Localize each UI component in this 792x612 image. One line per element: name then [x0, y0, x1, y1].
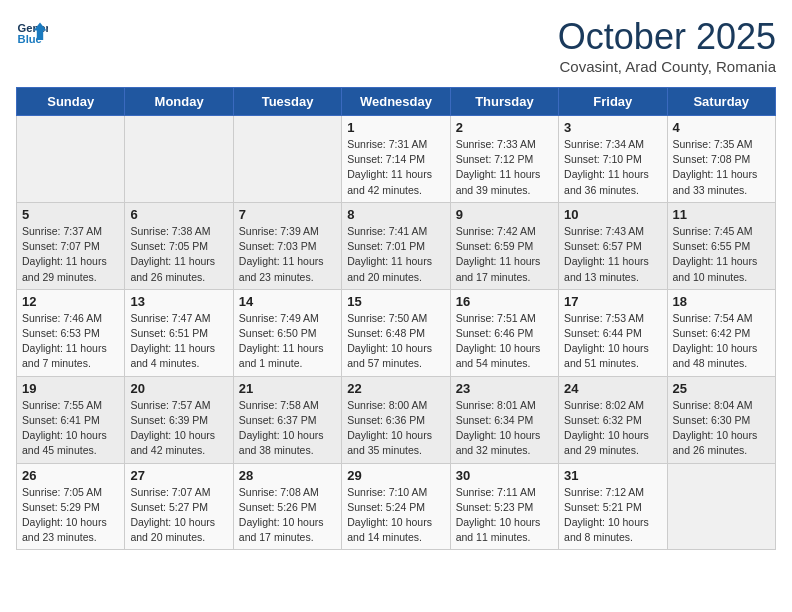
calendar-cell: 30Sunrise: 7:11 AM Sunset: 5:23 PM Dayli…	[450, 463, 558, 550]
calendar-cell: 28Sunrise: 7:08 AM Sunset: 5:26 PM Dayli…	[233, 463, 341, 550]
day-info: Sunrise: 7:49 AM Sunset: 6:50 PM Dayligh…	[239, 311, 336, 372]
logo: General Blue	[16, 16, 48, 48]
title-area: October 2025 Covasint, Arad County, Roma…	[558, 16, 776, 75]
calendar-cell	[125, 116, 233, 203]
weekday-saturday: Saturday	[667, 88, 775, 116]
day-number: 22	[347, 381, 444, 396]
day-number: 18	[673, 294, 770, 309]
day-number: 10	[564, 207, 661, 222]
calendar-cell: 4Sunrise: 7:35 AM Sunset: 7:08 PM Daylig…	[667, 116, 775, 203]
day-info: Sunrise: 8:04 AM Sunset: 6:30 PM Dayligh…	[673, 398, 770, 459]
calendar-week-2: 5Sunrise: 7:37 AM Sunset: 7:07 PM Daylig…	[17, 202, 776, 289]
day-info: Sunrise: 7:42 AM Sunset: 6:59 PM Dayligh…	[456, 224, 553, 285]
calendar-cell: 26Sunrise: 7:05 AM Sunset: 5:29 PM Dayli…	[17, 463, 125, 550]
day-number: 13	[130, 294, 227, 309]
day-info: Sunrise: 7:10 AM Sunset: 5:24 PM Dayligh…	[347, 485, 444, 546]
day-info: Sunrise: 7:34 AM Sunset: 7:10 PM Dayligh…	[564, 137, 661, 198]
day-info: Sunrise: 7:50 AM Sunset: 6:48 PM Dayligh…	[347, 311, 444, 372]
calendar-cell: 25Sunrise: 8:04 AM Sunset: 6:30 PM Dayli…	[667, 376, 775, 463]
calendar-cell: 16Sunrise: 7:51 AM Sunset: 6:46 PM Dayli…	[450, 289, 558, 376]
day-number: 12	[22, 294, 119, 309]
day-info: Sunrise: 7:31 AM Sunset: 7:14 PM Dayligh…	[347, 137, 444, 198]
day-number: 9	[456, 207, 553, 222]
calendar-cell: 27Sunrise: 7:07 AM Sunset: 5:27 PM Dayli…	[125, 463, 233, 550]
calendar-cell	[17, 116, 125, 203]
logo-icon: General Blue	[16, 16, 48, 48]
calendar-week-1: 1Sunrise: 7:31 AM Sunset: 7:14 PM Daylig…	[17, 116, 776, 203]
day-number: 5	[22, 207, 119, 222]
day-info: Sunrise: 8:00 AM Sunset: 6:36 PM Dayligh…	[347, 398, 444, 459]
location-subtitle: Covasint, Arad County, Romania	[558, 58, 776, 75]
weekday-header-row: SundayMondayTuesdayWednesdayThursdayFrid…	[17, 88, 776, 116]
day-number: 4	[673, 120, 770, 135]
calendar-cell: 10Sunrise: 7:43 AM Sunset: 6:57 PM Dayli…	[559, 202, 667, 289]
day-number: 24	[564, 381, 661, 396]
weekday-monday: Monday	[125, 88, 233, 116]
calendar-cell: 31Sunrise: 7:12 AM Sunset: 5:21 PM Dayli…	[559, 463, 667, 550]
day-number: 21	[239, 381, 336, 396]
day-info: Sunrise: 7:07 AM Sunset: 5:27 PM Dayligh…	[130, 485, 227, 546]
day-number: 25	[673, 381, 770, 396]
calendar-cell: 15Sunrise: 7:50 AM Sunset: 6:48 PM Dayli…	[342, 289, 450, 376]
calendar-cell: 12Sunrise: 7:46 AM Sunset: 6:53 PM Dayli…	[17, 289, 125, 376]
day-number: 11	[673, 207, 770, 222]
calendar-cell: 5Sunrise: 7:37 AM Sunset: 7:07 PM Daylig…	[17, 202, 125, 289]
calendar-cell: 24Sunrise: 8:02 AM Sunset: 6:32 PM Dayli…	[559, 376, 667, 463]
weekday-thursday: Thursday	[450, 88, 558, 116]
day-info: Sunrise: 7:46 AM Sunset: 6:53 PM Dayligh…	[22, 311, 119, 372]
day-info: Sunrise: 7:55 AM Sunset: 6:41 PM Dayligh…	[22, 398, 119, 459]
calendar-cell	[233, 116, 341, 203]
day-number: 23	[456, 381, 553, 396]
day-number: 8	[347, 207, 444, 222]
day-info: Sunrise: 7:38 AM Sunset: 7:05 PM Dayligh…	[130, 224, 227, 285]
calendar-cell	[667, 463, 775, 550]
calendar-cell: 7Sunrise: 7:39 AM Sunset: 7:03 PM Daylig…	[233, 202, 341, 289]
calendar-table: SundayMondayTuesdayWednesdayThursdayFrid…	[16, 87, 776, 550]
day-number: 28	[239, 468, 336, 483]
page-header: General Blue October 2025 Covasint, Arad…	[16, 16, 776, 75]
day-info: Sunrise: 7:37 AM Sunset: 7:07 PM Dayligh…	[22, 224, 119, 285]
day-number: 19	[22, 381, 119, 396]
calendar-cell: 14Sunrise: 7:49 AM Sunset: 6:50 PM Dayli…	[233, 289, 341, 376]
day-number: 15	[347, 294, 444, 309]
day-info: Sunrise: 7:45 AM Sunset: 6:55 PM Dayligh…	[673, 224, 770, 285]
day-number: 29	[347, 468, 444, 483]
calendar-cell: 1Sunrise: 7:31 AM Sunset: 7:14 PM Daylig…	[342, 116, 450, 203]
calendar-week-5: 26Sunrise: 7:05 AM Sunset: 5:29 PM Dayli…	[17, 463, 776, 550]
day-info: Sunrise: 7:41 AM Sunset: 7:01 PM Dayligh…	[347, 224, 444, 285]
day-info: Sunrise: 7:05 AM Sunset: 5:29 PM Dayligh…	[22, 485, 119, 546]
calendar-cell: 22Sunrise: 8:00 AM Sunset: 6:36 PM Dayli…	[342, 376, 450, 463]
calendar-cell: 21Sunrise: 7:58 AM Sunset: 6:37 PM Dayli…	[233, 376, 341, 463]
day-info: Sunrise: 7:57 AM Sunset: 6:39 PM Dayligh…	[130, 398, 227, 459]
day-info: Sunrise: 7:58 AM Sunset: 6:37 PM Dayligh…	[239, 398, 336, 459]
calendar-cell: 19Sunrise: 7:55 AM Sunset: 6:41 PM Dayli…	[17, 376, 125, 463]
calendar-cell: 8Sunrise: 7:41 AM Sunset: 7:01 PM Daylig…	[342, 202, 450, 289]
day-number: 2	[456, 120, 553, 135]
day-number: 20	[130, 381, 227, 396]
day-number: 17	[564, 294, 661, 309]
day-info: Sunrise: 7:12 AM Sunset: 5:21 PM Dayligh…	[564, 485, 661, 546]
calendar-cell: 11Sunrise: 7:45 AM Sunset: 6:55 PM Dayli…	[667, 202, 775, 289]
day-info: Sunrise: 7:51 AM Sunset: 6:46 PM Dayligh…	[456, 311, 553, 372]
day-info: Sunrise: 7:35 AM Sunset: 7:08 PM Dayligh…	[673, 137, 770, 198]
day-info: Sunrise: 8:01 AM Sunset: 6:34 PM Dayligh…	[456, 398, 553, 459]
day-info: Sunrise: 7:11 AM Sunset: 5:23 PM Dayligh…	[456, 485, 553, 546]
day-number: 1	[347, 120, 444, 135]
day-number: 27	[130, 468, 227, 483]
weekday-tuesday: Tuesday	[233, 88, 341, 116]
calendar-week-4: 19Sunrise: 7:55 AM Sunset: 6:41 PM Dayli…	[17, 376, 776, 463]
month-title: October 2025	[558, 16, 776, 58]
day-number: 3	[564, 120, 661, 135]
weekday-sunday: Sunday	[17, 88, 125, 116]
calendar-cell: 23Sunrise: 8:01 AM Sunset: 6:34 PM Dayli…	[450, 376, 558, 463]
calendar-cell: 18Sunrise: 7:54 AM Sunset: 6:42 PM Dayli…	[667, 289, 775, 376]
day-info: Sunrise: 7:08 AM Sunset: 5:26 PM Dayligh…	[239, 485, 336, 546]
calendar-cell: 9Sunrise: 7:42 AM Sunset: 6:59 PM Daylig…	[450, 202, 558, 289]
day-info: Sunrise: 8:02 AM Sunset: 6:32 PM Dayligh…	[564, 398, 661, 459]
calendar-cell: 2Sunrise: 7:33 AM Sunset: 7:12 PM Daylig…	[450, 116, 558, 203]
calendar-cell: 13Sunrise: 7:47 AM Sunset: 6:51 PM Dayli…	[125, 289, 233, 376]
day-number: 14	[239, 294, 336, 309]
day-info: Sunrise: 7:53 AM Sunset: 6:44 PM Dayligh…	[564, 311, 661, 372]
day-info: Sunrise: 7:47 AM Sunset: 6:51 PM Dayligh…	[130, 311, 227, 372]
day-number: 16	[456, 294, 553, 309]
